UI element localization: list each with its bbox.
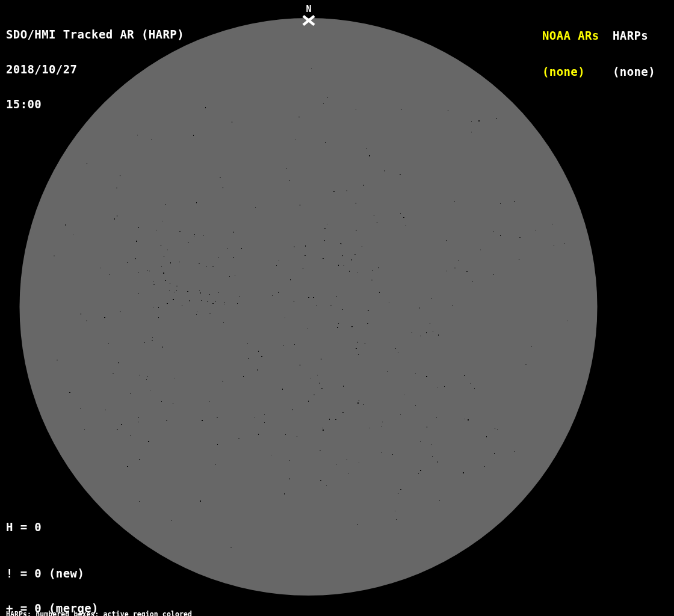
noaa-ars-block: NOAA ARs (none) [542,5,599,102]
legend-line-new: ! = 0 (new) [6,568,141,579]
harps-label: HARPs [613,29,655,42]
harp-count-line: H = 0 [6,522,141,533]
north-marker: N [302,4,316,26]
north-label: N [302,4,316,14]
noaa-ars-label: NOAA ARs [542,29,599,42]
north-cross-icon [302,15,316,26]
noaa-ars-value: (none) [542,66,599,78]
date-label: 2018/10/27 [6,64,184,75]
footer-line-harps: HARPs: numbered boxes; active region col… [6,611,251,616]
time-label: 15:00 [6,99,184,110]
footer-block: HARPs: numbered boxes; active region col… [6,596,251,616]
page-title: SDO/HMI Tracked AR (HARP) [6,29,184,40]
harps-block: HARPs (none) [613,5,655,102]
title-block: SDO/HMI Tracked AR (HARP) 2018/10/27 15:… [6,5,184,134]
sdo-hmi-harp-image: N SDO/HMI Tracked AR (HARP) 2018/10/27 1… [0,0,674,616]
harps-value: (none) [613,66,655,78]
